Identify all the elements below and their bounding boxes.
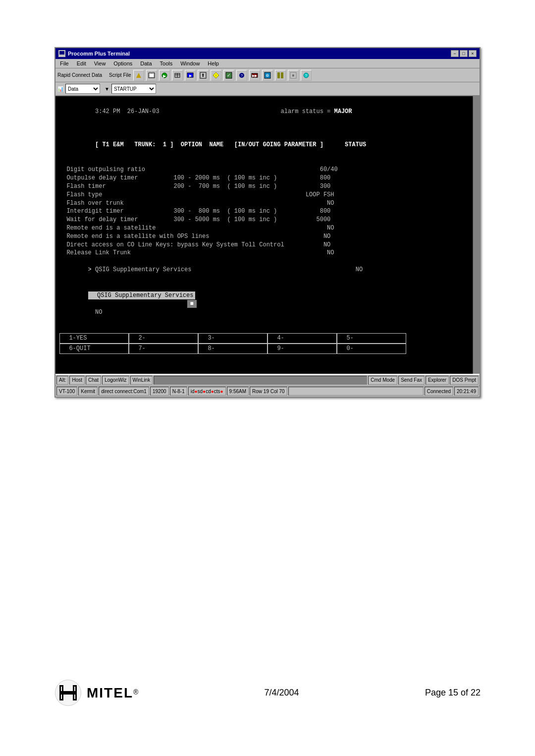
svg-rect-6: [149, 72, 151, 73]
title-bar-buttons: − □ ×: [451, 50, 477, 57]
menu-bar: File Edit View Options Data Tools Window…: [55, 59, 480, 68]
svg-rect-1: [59, 51, 64, 55]
tb-btn-5[interactable]: ▶: [185, 70, 196, 81]
menu-file[interactable]: File: [58, 60, 70, 67]
row-2: Outpulse delay timer 100 - 2000 ms ( 100…: [59, 174, 476, 182]
row-3: Flash timer 200 - 700 ms ( 100 ms inc ) …: [59, 182, 476, 191]
menu-row-1: 1-YES 2- 3- 4- 5-: [59, 333, 476, 344]
status-bar-1: Alt: Host Chat LogonWiz WinLink Cmd Mode…: [55, 374, 480, 386]
script-file-label: Script File: [109, 72, 131, 78]
blank-line-2: [59, 158, 476, 166]
row-1: Digit outpulsing ratio 60/40: [59, 166, 476, 174]
tb-btn-13[interactable]: ≡: [288, 70, 299, 81]
svg-rect-7: [152, 72, 154, 73]
connect-status: direct connect:Com1: [99, 387, 149, 396]
page-text: Page 15 of 22: [425, 688, 481, 698]
progress-area: [154, 376, 367, 385]
title-bar: Procomm Plus Terminal − □ ×: [55, 48, 480, 59]
status-bar-2: VT-100 Kermit direct connect:Com1 19200 …: [55, 386, 480, 397]
menu-view[interactable]: View: [93, 60, 107, 67]
chat-button[interactable]: Chat: [86, 376, 101, 385]
title-bar-left: Procomm Plus Terminal: [58, 50, 130, 57]
tb-btn-10[interactable]: ▶▶: [249, 70, 260, 81]
send-fax-button[interactable]: Send Fax: [398, 376, 425, 385]
tb-btn-4[interactable]: [172, 70, 183, 81]
minimize-button[interactable]: −: [451, 50, 459, 57]
tb-btn-7[interactable]: !: [211, 70, 221, 81]
data-icon: 📊: [57, 86, 63, 92]
window-title: Procomm Plus Terminal: [68, 51, 130, 57]
tb-btn-8[interactable]: ✓: [223, 70, 234, 81]
tb-btn-6[interactable]: ⬆: [198, 70, 209, 81]
row-9: Remote end is a satellite with OPS lines…: [59, 233, 476, 241]
menu-tools[interactable]: Tools: [159, 60, 174, 67]
baud-status: 19200: [150, 387, 169, 396]
bottom-section: MITEL® 7/4/2004 Page 15 of 22: [0, 679, 535, 706]
startup-label: ▼: [105, 86, 109, 92]
spacer-status: [288, 387, 424, 396]
tb-btn-3[interactable]: ▶: [159, 70, 170, 81]
blank-line-1: [59, 124, 476, 132]
svg-rect-40: [74, 695, 75, 699]
close-button[interactable]: ×: [469, 50, 477, 57]
menu-data[interactable]: Data: [139, 60, 153, 67]
row-10: Direct access on CO Line Keys: bypass Ke…: [59, 241, 476, 249]
duration-status: 20:21:49: [454, 387, 479, 396]
mitel-logo: MITEL®: [54, 679, 138, 706]
svg-text:▶▶: ▶▶: [252, 74, 258, 77]
tb-btn-1[interactable]: [133, 70, 144, 81]
dos-prompt-button[interactable]: DOS Pmpt: [450, 376, 479, 385]
svg-marker-3: [136, 73, 141, 78]
svg-text:▶: ▶: [163, 74, 166, 78]
row-12: > QSIG Supplementary Services NO: [59, 257, 476, 282]
svg-text:⊕: ⊕: [266, 73, 269, 78]
tb-btn-11[interactable]: ⊕: [262, 70, 273, 81]
mitel-icon: [54, 679, 82, 706]
menu-help[interactable]: Help: [206, 60, 220, 67]
row-4: Flash type LOOP FSH: [59, 191, 476, 199]
vt-status: VT-100: [56, 387, 77, 396]
svg-rect-27: [277, 72, 280, 78]
rapid-connect-label: Rapid Connect Data: [57, 72, 102, 78]
svg-rect-36: [59, 691, 77, 695]
scrollbar[interactable]: [473, 96, 480, 374]
menu-edit[interactable]: Edit: [75, 60, 88, 67]
tb-btn-12[interactable]: [275, 70, 286, 81]
svg-rect-37: [61, 687, 62, 691]
terminal-window: Procomm Plus Terminal − □ × File Edit Vi…: [54, 47, 481, 398]
row-6: Interdigit timer 300 - 800 ms ( 100 ms i…: [59, 207, 476, 216]
tb-btn-14[interactable]: ?: [301, 70, 312, 81]
mitel-text: MITEL®: [87, 685, 138, 701]
mode-status: N-8-1: [170, 387, 187, 396]
svg-rect-39: [74, 687, 75, 691]
menu-row-2: 6-QUIT 7- 8- 9- 0-: [59, 344, 476, 354]
svg-rect-2: [59, 55, 64, 56]
menu-options[interactable]: Options: [112, 60, 134, 67]
kermit-status: Kermit: [78, 387, 98, 396]
connected-status: Connected: [425, 387, 453, 396]
tb-btn-2[interactable]: [146, 70, 157, 81]
signals-status: id ● sd ● cd ● cts ●: [188, 387, 226, 396]
svg-rect-38: [61, 695, 62, 699]
row-11: Release Link Trunk NO: [59, 249, 476, 257]
maximize-button[interactable]: □: [460, 50, 468, 57]
explorer-button[interactable]: Explorer: [426, 376, 449, 385]
svg-text:?: ?: [305, 73, 307, 78]
data-combo[interactable]: Data: [65, 84, 100, 94]
svg-text:≡: ≡: [292, 73, 294, 78]
time-status: 9:56AM: [227, 387, 249, 396]
host-button[interactable]: Host: [69, 376, 85, 385]
logonwiz-button[interactable]: LogonWiz: [102, 376, 129, 385]
header-line: [ T1 E&M TRUNK: 1 ] OPTION NAME [IN/OUT …: [59, 132, 476, 157]
svg-rect-5: [150, 74, 154, 77]
menu-window[interactable]: Window: [179, 60, 201, 67]
alt-label: Alt:: [56, 376, 68, 385]
blank-line-3: [59, 325, 476, 334]
tb-btn-9[interactable]: ?: [236, 70, 247, 81]
cmd-mode-button[interactable]: Cmd Mode: [368, 376, 397, 385]
svg-text:✓: ✓: [227, 73, 231, 78]
page: Procomm Plus Terminal − □ × File Edit Vi…: [0, 0, 535, 756]
terminal-area[interactable]: 3:42 PM 26-JAN-03 alarm status = MAJOR […: [55, 96, 480, 374]
startup-combo[interactable]: STARTUP: [111, 84, 156, 94]
winlink-button[interactable]: WinLink: [130, 376, 153, 385]
